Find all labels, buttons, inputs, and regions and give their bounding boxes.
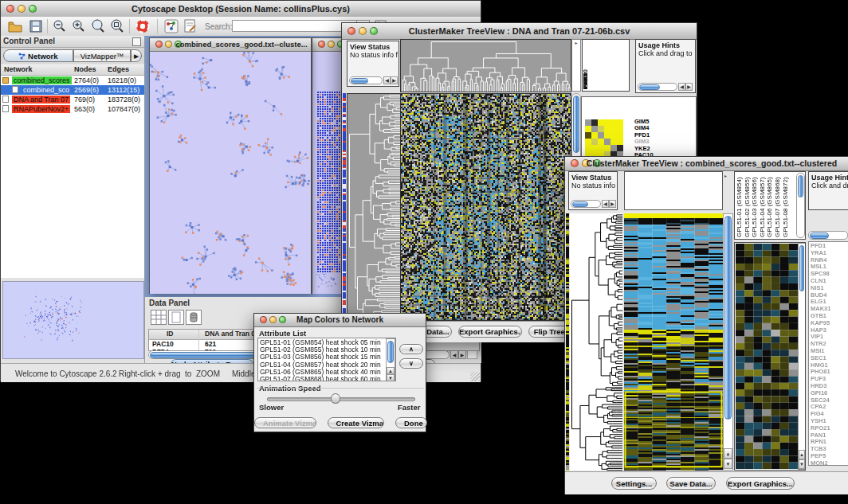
network-row-list: combined_scores 2764(0) 16218(0) combine… (1, 76, 144, 114)
tv2-usage-hints-panel: Usage Hints Click and drag (808, 171, 848, 210)
tv1-zoom-matrix[interactable] (585, 119, 623, 158)
tv1-view-status-scrollbar[interactable] (349, 76, 383, 84)
scroll-up-button[interactable]: ▲ (799, 450, 805, 459)
scroll-down-button[interactable]: ▼ (724, 459, 732, 469)
close-button[interactable] (318, 41, 325, 48)
minimize-button[interactable] (328, 41, 335, 48)
save-data-button[interactable]: Save Data... (666, 477, 716, 490)
treeview2-title-bar[interactable]: ClusterMaker TreeView : combined_scores_… (565, 157, 848, 171)
treeview1-title-bar[interactable]: ClusterMaker TreeView : DNA and Tran 07-… (342, 23, 697, 40)
new-attribute-icon[interactable] (168, 310, 184, 325)
annotation-icon[interactable] (183, 18, 198, 34)
scroll-right-button[interactable]: ▶ (391, 76, 398, 84)
network-row[interactable]: DNA and Tran 07 769(0) 183728(0) (1, 95, 144, 104)
tv1-usage-scrollbar[interactable] (638, 83, 677, 91)
resize-grip[interactable] (470, 372, 480, 381)
scroll-left-button[interactable]: ◀ (678, 83, 685, 91)
scroll-left-button[interactable]: ◀ (450, 350, 458, 359)
tv2-usage-hints-text: Click and drag (809, 182, 848, 189)
export-graphics-button[interactable]: Export Graphics... (458, 326, 522, 338)
help-lifesaver-icon[interactable] (135, 18, 151, 34)
tv1-row-dendrogram[interactable] (347, 93, 401, 321)
edit-network-icon[interactable] (163, 18, 179, 34)
column-label[interactable]: GPL51-08 (GSM872) (783, 172, 790, 237)
dialog-button[interactable]: Animate Vizmap (254, 417, 316, 428)
column-label[interactable]: GPL51-03 (GSM856) (752, 172, 759, 237)
zoom-fit-icon[interactable] (109, 18, 125, 34)
float-panel-icon[interactable] (132, 37, 141, 46)
network-row[interactable]: RNAPuberNov2+ 563(0) 107847(0) (1, 104, 144, 114)
network-table-header[interactable]: Network Nodes Edges (1, 64, 144, 76)
status-hint-zoom: Right-click + drag to ZOOM (119, 369, 220, 378)
speed-slider-track[interactable] (267, 397, 415, 401)
zoom-in-icon[interactable] (71, 18, 87, 34)
tv1-heatmap[interactable] (400, 93, 571, 321)
speed-slider-handle[interactable] (331, 393, 340, 404)
save-icon[interactable] (28, 18, 44, 34)
dialog-button[interactable]: Done (395, 417, 427, 428)
control-panel: Control Panel Network VizMapper™ ▶ Netwo… (1, 36, 145, 363)
tv2-heatmap[interactable] (624, 213, 723, 471)
tv2-row-dendrogram[interactable] (570, 213, 622, 471)
attribute-item[interactable]: GPL51-07 (GSM868) heat shock 60 min (258, 376, 395, 381)
scroll-right-button[interactable]: ▶ (609, 200, 616, 208)
tv2-zoom-vscrollbar[interactable]: ▲ ▼ (798, 243, 806, 470)
scroll-down-button[interactable]: ▼ (799, 459, 805, 469)
column-label[interactable]: PAC10 (583, 69, 590, 89)
network1-title-bar[interactable]: combined_scores_good.txt--cluste... (150, 38, 311, 52)
scroll-left-button[interactable]: ◀ (383, 76, 391, 84)
scroll-down-button[interactable]: ▼ (387, 374, 395, 381)
network-type-icon (2, 96, 9, 103)
settings-button[interactable]: Settings... (611, 477, 657, 490)
column-label[interactable]: GPL51-01 (GSM854) (736, 172, 744, 237)
tab-network[interactable]: Network (3, 49, 73, 62)
zoom-selected-icon[interactable] (90, 18, 106, 34)
treeview2-title: ClusterMaker TreeView : combined_scores_… (565, 158, 848, 168)
tv2-heatmap-vscrollbar[interactable]: ▲ ▼ (723, 213, 733, 471)
dialog-button[interactable]: Create Vizmap (328, 417, 385, 428)
tv1-column-dendrogram[interactable] (400, 39, 571, 92)
network1-canvas[interactable] (150, 52, 311, 294)
scroll-right-button[interactable]: ▶ (685, 83, 693, 91)
scroll-up-button[interactable]: ▲ (387, 367, 395, 374)
table-icon[interactable] (151, 310, 167, 325)
open-folder-icon[interactable] (7, 18, 23, 34)
scroll-right-button[interactable]: ▶ (458, 350, 466, 359)
tv2-usage-scrollbar[interactable] (808, 231, 848, 240)
tv1-col-scroll-strip[interactable]: ▸ (571, 39, 581, 92)
column-label[interactable]: GPL51-07 (GSM868) (775, 172, 782, 237)
tv1-row-color-strip (343, 93, 346, 319)
move-up-button[interactable]: ∧ (399, 344, 423, 354)
dialog-title-bar[interactable]: Map Colors to Network (254, 314, 426, 327)
network-type-icon (2, 77, 9, 84)
tv2-view-status-title: View Status (569, 172, 617, 182)
tv2-view-status-scrollbar[interactable] (571, 200, 601, 208)
attribute-list-label: Attribute List (259, 329, 306, 338)
gene-label[interactable]: MON2 (811, 460, 848, 467)
main-title-bar[interactable]: Cytoscape Desktop (Session Name: collins… (1, 1, 481, 18)
tv1-view-status-panel: View Status No status info f ◀ ▶ (347, 41, 399, 87)
network-overview-thumbnail[interactable] (2, 281, 144, 359)
scroll-left-button[interactable]: ◀ (602, 200, 609, 208)
tv2-col-scroll-arrow[interactable]: ▸ (724, 173, 727, 178)
tv1-view-status-title: View Status (347, 41, 398, 51)
tv2-zoom-heatmap[interactable] (736, 244, 798, 469)
attribute-listbox[interactable]: GPL51-01 (GSM854) heat shock 05 minGPL51… (257, 338, 396, 381)
search-label: Search: (205, 22, 232, 31)
network-row[interactable]: combined_sco 2569(6) 13112(15) (1, 85, 144, 95)
tab-overflow-arrow[interactable]: ▶ (131, 49, 142, 62)
column-label[interactable]: GPL51-02 (GSM855) (744, 172, 752, 237)
scroll-up-button[interactable]: ▲ (724, 448, 732, 459)
search-input[interactable] (232, 20, 358, 32)
zoom-out-icon[interactable] (52, 18, 68, 34)
col-header-id[interactable]: ID (167, 330, 174, 338)
network-row[interactable]: combined_scores 2764(0) 16218(0) (1, 76, 144, 85)
tv2-labels-vscrollbar[interactable] (796, 173, 805, 238)
delete-attribute-icon[interactable] (186, 310, 202, 325)
tv2-column-dendrogram-area[interactable] (624, 171, 723, 210)
column-label[interactable]: GPL51-06 (GSM865) (767, 172, 774, 237)
move-down-button[interactable]: ∨ (399, 358, 423, 369)
attribute-list-vscrollbar[interactable]: ▲ ▼ (386, 338, 395, 381)
tab-vizmapper[interactable]: VizMapper™ (73, 49, 131, 62)
export-graphics-button[interactable]: Export Graphics... (726, 477, 795, 490)
